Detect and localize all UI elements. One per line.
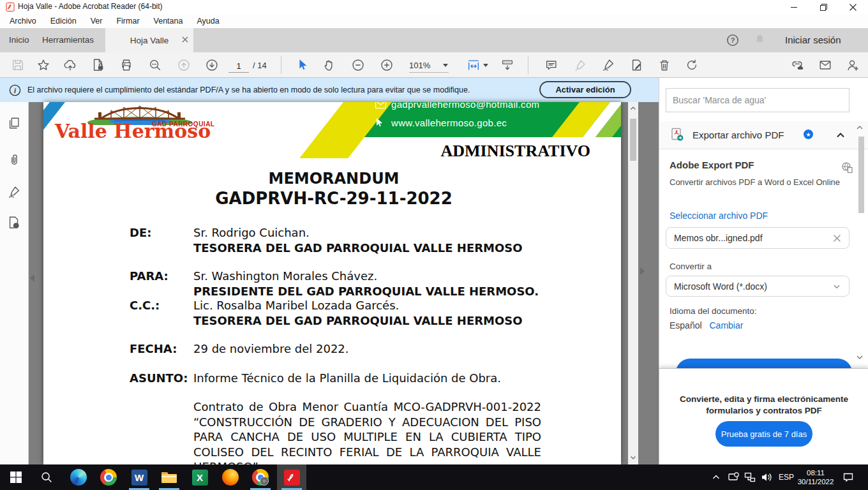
tab-herramientas[interactable]: Herramientas bbox=[42, 35, 94, 45]
tray-expand-chevron-icon[interactable] bbox=[711, 472, 721, 482]
wireless-display-icon[interactable] bbox=[728, 471, 739, 483]
left-tools-sidebar: i bbox=[0, 102, 29, 464]
save-icon[interactable] bbox=[10, 57, 26, 73]
tab-close-icon[interactable] bbox=[182, 36, 188, 43]
menu-ver[interactable]: Ver bbox=[84, 17, 110, 26]
chrome-profile-icon[interactable] bbox=[246, 464, 275, 490]
activar-edicion-button[interactable]: Activar edición bbox=[539, 81, 631, 98]
pdfa-notification-bar: i El archivo requiere el cumplimiento de… bbox=[0, 78, 659, 102]
svg-text:?: ? bbox=[731, 36, 735, 44]
signatures-pen-icon[interactable] bbox=[7, 185, 21, 199]
menu-ventana[interactable]: Ventana bbox=[147, 17, 190, 26]
acrobat-taskbar-icon[interactable] bbox=[277, 464, 306, 490]
page-number-input[interactable] bbox=[228, 59, 249, 73]
close-button[interactable] bbox=[839, 0, 867, 14]
action-center-icon[interactable] bbox=[842, 471, 854, 483]
fit-width-icon[interactable] bbox=[466, 57, 481, 73]
export-pdf-icon bbox=[670, 127, 685, 142]
zoom-in-icon[interactable] bbox=[379, 57, 394, 73]
sign-pen-icon[interactable] bbox=[601, 57, 616, 73]
help-icon[interactable]: ? bbox=[726, 34, 739, 47]
toolbar-collapse-icon[interactable] bbox=[500, 57, 515, 73]
menu-firmar[interactable]: Firmar bbox=[109, 17, 146, 26]
collapse-section-chevron-icon[interactable] bbox=[835, 130, 846, 140]
format-select[interactable]: Microsoft Word (*.docx) bbox=[666, 276, 849, 297]
firefox-icon[interactable] bbox=[216, 464, 245, 490]
highlighter-icon[interactable] bbox=[572, 57, 588, 73]
zoom-dropdown-caret[interactable] bbox=[443, 64, 448, 67]
windows-taskbar: W X ESP bbox=[0, 464, 868, 490]
print-icon[interactable] bbox=[119, 57, 134, 73]
file-explorer-icon[interactable] bbox=[154, 464, 184, 490]
minimize-button[interactable] bbox=[780, 0, 808, 14]
start-button[interactable] bbox=[1, 464, 31, 490]
invite-person-icon[interactable] bbox=[845, 57, 860, 73]
fill-and-sign-icon[interactable] bbox=[629, 57, 645, 73]
scroll-up-icon[interactable] bbox=[630, 105, 636, 112]
share-cloud-upload-icon[interactable] bbox=[63, 57, 78, 73]
letterhead-website: www.vallehermoso.gob.ec bbox=[391, 117, 507, 128]
attachments-paperclip-icon[interactable] bbox=[7, 153, 21, 167]
body-line: COLISEO DEL RECINTO FERIAL DE LA PARROQU… bbox=[193, 445, 541, 460]
email-icon[interactable] bbox=[818, 57, 833, 73]
menu-archivo[interactable]: Archivo bbox=[3, 17, 43, 26]
selected-file-box[interactable]: Memos obr...igned.pdf bbox=[666, 227, 849, 249]
hand-tool-icon[interactable] bbox=[322, 57, 337, 73]
menu-ayuda[interactable]: Ayuda bbox=[190, 17, 226, 26]
expand-right-panel-arrow[interactable] bbox=[640, 267, 645, 275]
clear-file-icon[interactable] bbox=[833, 234, 841, 242]
restore-button[interactable] bbox=[809, 0, 837, 14]
delete-pages-icon[interactable] bbox=[657, 57, 672, 73]
select-tool-icon[interactable] bbox=[295, 57, 310, 73]
menu-edicion[interactable]: Edición bbox=[43, 17, 84, 26]
search-tools-input[interactable] bbox=[666, 88, 849, 112]
panel-scroll-up-icon[interactable] bbox=[856, 124, 864, 131]
edge-icon[interactable] bbox=[64, 464, 93, 490]
export-pdf-tool-row[interactable]: Exportar archivo PDF ★ bbox=[659, 121, 868, 149]
share-link-icon[interactable] bbox=[789, 57, 805, 73]
file-lock-icon[interactable] bbox=[91, 57, 106, 73]
panel-scroll-down-icon[interactable] bbox=[856, 353, 864, 361]
sign-in-button[interactable]: Iniciar sesión bbox=[785, 34, 841, 45]
tab-inicio[interactable]: Inicio bbox=[9, 35, 29, 45]
taskbar-search-icon[interactable] bbox=[32, 464, 61, 490]
body-line: Contrato de Obra Menor Cuantía MCO-GADPR… bbox=[193, 399, 541, 415]
comment-icon[interactable] bbox=[544, 57, 559, 73]
refresh-icon[interactable] bbox=[684, 57, 700, 73]
next-page-icon[interactable] bbox=[204, 57, 220, 73]
excel-icon[interactable]: X bbox=[185, 464, 214, 490]
page-thumbnails-icon[interactable] bbox=[7, 116, 21, 130]
clock[interactable]: 08:11 30/11/2022 bbox=[795, 468, 836, 486]
document-scrollbar[interactable] bbox=[628, 102, 638, 464]
panel-scrollbar-thumb[interactable] bbox=[858, 137, 864, 213]
previous-page-icon[interactable] bbox=[176, 57, 191, 73]
standards-doc-info-icon[interactable]: i bbox=[7, 216, 21, 230]
svg-text:i: i bbox=[15, 223, 17, 228]
star-favorite-icon[interactable] bbox=[36, 57, 51, 73]
select-pdf-link[interactable]: Seleccionar archivo PDF bbox=[670, 211, 768, 221]
network-icon[interactable] bbox=[744, 471, 756, 483]
excel-letter: X bbox=[197, 472, 203, 483]
cc-title: TESORERA DEL GAD PARROQUIAL VALLE HERMOS… bbox=[193, 314, 523, 327]
cursor-arrow-icon bbox=[376, 117, 384, 127]
language-value: Español bbox=[670, 320, 702, 330]
cc-label: C.C.: bbox=[130, 299, 160, 312]
free-trial-button[interactable]: Prueba gratis de 7 días bbox=[715, 421, 812, 447]
change-language-link[interactable]: Cambiar bbox=[709, 320, 743, 330]
scrollbar-thumb[interactable] bbox=[630, 119, 636, 161]
notifications-bell-icon[interactable] bbox=[753, 33, 767, 47]
zoom-out-icon[interactable] bbox=[350, 57, 366, 73]
volume-icon[interactable] bbox=[761, 471, 773, 483]
convert-to-label: Convertir a bbox=[670, 262, 712, 271]
letterhead-email: gadprvallehermoso@hotmail.com bbox=[391, 102, 539, 110]
chrome-icon[interactable] bbox=[94, 464, 123, 490]
fit-dropdown-caret[interactable] bbox=[483, 64, 488, 67]
word-icon[interactable]: W bbox=[124, 464, 154, 490]
selected-file-name: Memos obr...igned.pdf bbox=[674, 233, 833, 243]
tab-document[interactable]: Hoja Valle bbox=[105, 28, 193, 52]
de-label: DE: bbox=[130, 226, 151, 239]
scroll-down-icon[interactable] bbox=[630, 454, 636, 461]
collapse-left-panel-arrow[interactable] bbox=[30, 274, 34, 282]
keyboard-language[interactable]: ESP bbox=[779, 473, 794, 482]
search-magnifier-icon[interactable] bbox=[147, 57, 163, 73]
